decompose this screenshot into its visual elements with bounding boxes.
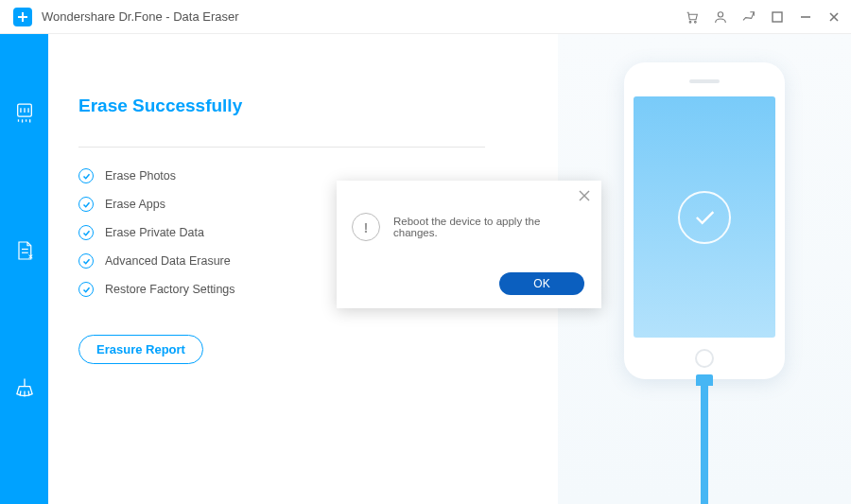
cart-icon[interactable] xyxy=(685,9,700,25)
dialog-footer: OK xyxy=(499,272,584,295)
window-icon[interactable] xyxy=(770,9,785,25)
svg-rect-3 xyxy=(773,12,782,22)
item-label: Erase Photos xyxy=(105,169,176,182)
dialog-body: ! Reboot the device to apply the changes… xyxy=(337,181,601,241)
dialog-message: Reboot the device to apply the changes. xyxy=(393,216,586,238)
check-icon xyxy=(78,282,94,297)
check-icon xyxy=(78,253,94,269)
app-title: Wondershare Dr.Fone - Data Eraser xyxy=(42,9,239,24)
main-panel: Erase Successfully Erase Photos Erase Ap… xyxy=(48,34,851,504)
svg-line-20 xyxy=(28,391,29,395)
sidebar-item-erase[interactable] xyxy=(12,100,37,125)
device-preview-panel xyxy=(558,34,851,504)
phone-mockup xyxy=(624,62,785,379)
account-icon[interactable] xyxy=(713,9,728,25)
phone-home-button xyxy=(695,349,714,368)
workspace: Erase Successfully Erase Photos Erase Ap… xyxy=(0,34,851,504)
minimize-icon[interactable] xyxy=(798,9,813,25)
svg-point-0 xyxy=(689,21,691,23)
close-icon[interactable] xyxy=(826,9,842,25)
sidebar xyxy=(0,34,48,504)
usb-cable xyxy=(701,379,708,504)
phone-screen xyxy=(634,96,775,338)
svg-line-18 xyxy=(20,391,21,395)
ok-button[interactable]: OK xyxy=(499,272,584,295)
reboot-dialog: ! Reboot the device to apply the changes… xyxy=(337,181,601,308)
erasure-report-button[interactable]: Erasure Report xyxy=(78,335,203,364)
sidebar-item-clean[interactable] xyxy=(12,376,37,401)
svg-point-1 xyxy=(694,21,696,23)
divider xyxy=(78,147,485,148)
item-label: Erase Private Data xyxy=(105,226,204,239)
warning-icon: ! xyxy=(352,213,380,241)
titlebar: Wondershare Dr.Fone - Data Eraser xyxy=(0,0,851,34)
dialog-close-icon[interactable] xyxy=(579,188,592,201)
titlebar-controls xyxy=(685,0,842,34)
success-check-icon xyxy=(678,191,731,244)
feedback-icon[interactable] xyxy=(741,9,756,25)
app-logo xyxy=(13,8,32,26)
svg-point-2 xyxy=(718,12,722,17)
check-icon xyxy=(78,168,94,183)
item-label: Restore Factory Settings xyxy=(105,283,235,296)
check-icon xyxy=(78,225,94,240)
phone-speaker xyxy=(689,79,720,83)
item-label: Erase Apps xyxy=(105,198,165,211)
item-label: Advanced Data Erasure xyxy=(105,254,231,268)
sidebar-item-document[interactable] xyxy=(12,238,37,263)
check-icon xyxy=(78,197,94,212)
